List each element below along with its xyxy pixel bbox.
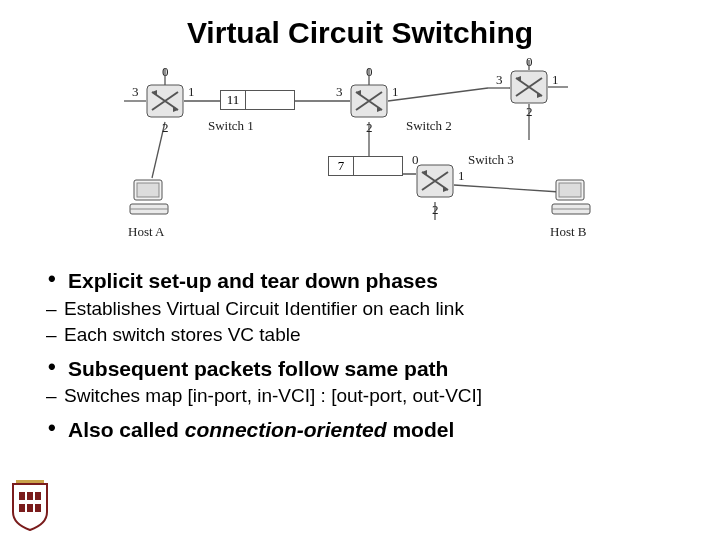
slide-title: Virtual Circuit Switching	[0, 16, 720, 50]
bullet-3-em: connection-oriented	[185, 418, 387, 441]
sw3-port-e: 1	[458, 168, 465, 184]
computer-icon	[128, 178, 170, 220]
bullet-1-sub-2: Each switch stores VC table	[46, 323, 674, 347]
switch-icon	[350, 84, 388, 118]
svg-rect-27	[137, 183, 159, 197]
svg-rect-34	[19, 492, 25, 500]
svg-rect-31	[559, 183, 581, 197]
sw2-port-s: 2	[366, 120, 373, 136]
sw3-port-s: 2	[432, 202, 439, 218]
sw1-port-n: 0	[162, 64, 169, 80]
host-b	[550, 178, 592, 220]
sw1-label: Switch 1	[208, 118, 254, 134]
bullet-3-pre: Also called	[68, 418, 185, 441]
svg-rect-35	[27, 492, 33, 500]
svg-rect-40	[16, 480, 44, 483]
switch-1	[146, 84, 184, 118]
bullet-2-sub-1: Switches map [in-port, in-VCI] : [out-po…	[46, 384, 674, 408]
sw1-port-s: 2	[162, 120, 169, 136]
host-a-label: Host A	[128, 224, 164, 240]
svg-rect-39	[35, 504, 41, 512]
svg-rect-36	[35, 492, 41, 500]
sw1-port-e: 1	[188, 84, 195, 100]
sw2-port-e: 1	[392, 84, 399, 100]
svg-line-1	[388, 88, 488, 101]
host-a	[128, 178, 170, 220]
vcs-diagram: 0 1 2 3 Switch 1 0 1 2 3 Switch 2 0 1 2 …	[80, 60, 640, 250]
computer-icon	[550, 178, 592, 220]
switch-icon	[146, 84, 184, 118]
sw2-label: Switch 2	[406, 118, 452, 134]
bullet-3: Also called connection-oriented model	[46, 417, 674, 444]
cell-payload	[354, 157, 402, 175]
sw2-port-w: 3	[336, 84, 343, 100]
switch-2	[350, 84, 388, 118]
host-b-label: Host B	[550, 224, 586, 240]
cell-payload	[246, 91, 294, 109]
sw3-label: Switch 3	[468, 152, 514, 168]
svg-rect-37	[19, 504, 25, 512]
sw4-port-e: 1	[552, 72, 559, 88]
switch-icon	[416, 164, 454, 198]
cell-vci: 11	[221, 91, 246, 109]
bullet-content: Explicit set-up and tear down phases Est…	[46, 268, 674, 444]
sw4-port-w: 3	[496, 72, 503, 88]
svg-rect-38	[27, 504, 33, 512]
packet-cell-1: 11	[220, 90, 295, 110]
sw3-port-n: 0	[412, 152, 419, 168]
cell-vci: 7	[329, 157, 354, 175]
sw1-port-w: 3	[132, 84, 139, 100]
bullet-1-sub-1: Establishes Virtual Circuit Identifier o…	[46, 297, 674, 321]
sw4-port-s: 2	[526, 104, 533, 120]
packet-cell-2: 7	[328, 156, 403, 176]
switch-3	[416, 164, 454, 198]
switch-icon	[510, 70, 548, 104]
brown-shield-logo	[10, 478, 50, 532]
bullet-3-post: model	[387, 418, 455, 441]
bullet-2: Subsequent packets follow same path	[46, 356, 674, 383]
sw4-port-n: 0	[526, 54, 533, 70]
switch-4	[510, 70, 548, 104]
bullet-1: Explicit set-up and tear down phases	[46, 268, 674, 295]
shield-icon	[10, 478, 50, 532]
svg-line-6	[454, 185, 560, 192]
sw2-port-n: 0	[366, 64, 373, 80]
